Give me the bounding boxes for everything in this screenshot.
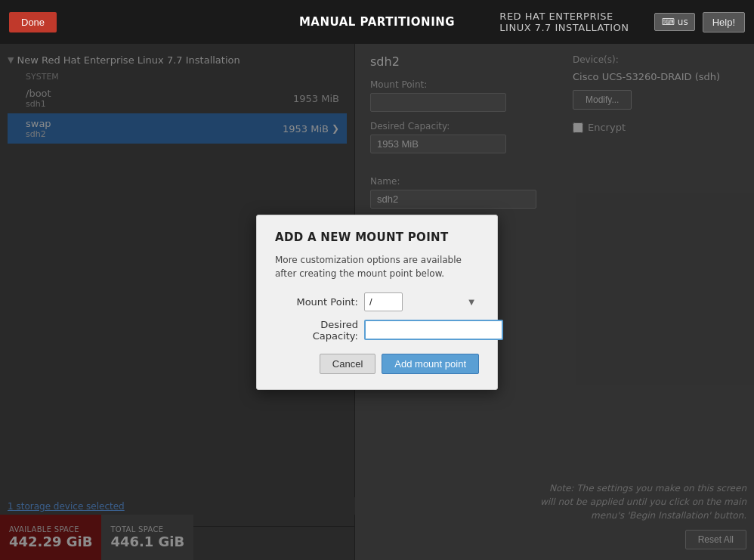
dialog-description: More customization options are available…	[275, 253, 479, 280]
main-content: ▼ New Red Hat Enterprise Linux 7.7 Insta…	[0, 44, 754, 560]
help-button[interactable]: Help!	[703, 12, 745, 32]
dialog-desired-capacity-row: Desired Capacity:	[275, 319, 479, 342]
page-title: MANUAL PARTITIONING	[299, 15, 455, 29]
os-title: RED HAT ENTERPRISE LINUX 7.7 INSTALLATIO…	[499, 11, 647, 33]
keyboard-widget[interactable]: ⌨ us	[654, 13, 694, 31]
top-bar: Done MANUAL PARTITIONING RED HAT ENTERPR…	[0, 0, 754, 44]
add-mount-point-dialog: ADD A NEW MOUNT POINT More customization…	[256, 215, 498, 390]
cancel-button[interactable]: Cancel	[320, 354, 375, 374]
dialog-overlay: ADD A NEW MOUNT POINT More customization…	[0, 44, 754, 560]
top-bar-left: Done	[9, 12, 255, 32]
dialog-title: ADD A NEW MOUNT POINT	[275, 230, 479, 244]
dialog-mount-point-label: Mount Point:	[275, 296, 358, 308]
dialog-buttons: Cancel Add mount point	[275, 354, 479, 374]
keyboard-lang: us	[678, 17, 688, 27]
top-bar-center: MANUAL PARTITIONING	[255, 15, 500, 29]
dialog-desired-capacity-label: Desired Capacity:	[275, 319, 358, 342]
mount-point-select[interactable]: / /boot /home /var swap	[364, 292, 403, 311]
dialog-mount-point-row: Mount Point: / /boot /home /var swap	[275, 292, 479, 311]
keyboard-icon: ⌨	[661, 17, 674, 27]
mount-point-select-wrapper: / /boot /home /var swap	[364, 292, 479, 311]
done-button[interactable]: Done	[9, 12, 57, 32]
add-mount-point-button[interactable]: Add mount point	[382, 354, 479, 374]
dialog-desired-capacity-input[interactable]	[364, 320, 503, 340]
top-bar-right: RED HAT ENTERPRISE LINUX 7.7 INSTALLATIO…	[499, 11, 745, 33]
